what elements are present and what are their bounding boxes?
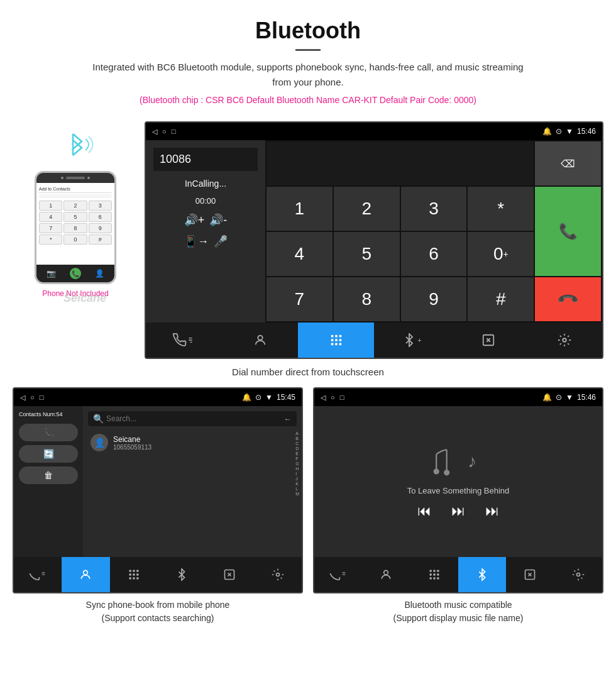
music-home-icon[interactable]: ○ bbox=[331, 394, 335, 401]
contacts-signal-icon: ▼ bbox=[265, 393, 273, 402]
contacts-home-icon[interactable]: ○ bbox=[30, 394, 35, 401]
svg-text:♪: ♪ bbox=[468, 452, 476, 471]
phone-call-btn[interactable]: 📞 bbox=[70, 268, 81, 279]
next-track-btn[interactable]: ⏭ bbox=[485, 503, 499, 519]
svg-rect-4 bbox=[339, 335, 341, 338]
contacts-recent-icon[interactable]: □ bbox=[40, 394, 44, 401]
music-nav-settings[interactable] bbox=[554, 557, 602, 592]
music-note-icon: ♪ bbox=[468, 452, 487, 471]
phone-key-4[interactable]: 4 bbox=[39, 212, 62, 222]
phone-contacts-btn[interactable]: 👤 bbox=[95, 269, 104, 278]
phone-key-1[interactable]: 1 bbox=[39, 201, 62, 211]
dial-key-hangup[interactable]: 📞 bbox=[535, 277, 601, 321]
phone-key-hash[interactable]: # bbox=[89, 234, 112, 245]
recent-icon[interactable]: □ bbox=[172, 128, 176, 135]
dial-key-1[interactable]: 1 bbox=[267, 187, 333, 231]
music-back-icon[interactable]: ◁ bbox=[321, 394, 326, 402]
contacts-nav-settings[interactable] bbox=[254, 557, 302, 592]
contacts-time: 15:45 bbox=[277, 393, 295, 402]
car-status-left: ◁ ○ □ bbox=[152, 128, 175, 136]
dial-key-4[interactable]: 4 bbox=[267, 232, 333, 276]
svg-rect-20 bbox=[129, 577, 131, 579]
dial-key-9[interactable]: 9 bbox=[401, 277, 467, 321]
search-backspace-icon[interactable]: ← bbox=[283, 414, 292, 424]
phone-number-display bbox=[39, 194, 112, 198]
call-action-btn[interactable]: 📞 bbox=[19, 424, 78, 441]
page-description: Integrated with BC6 Bluetooth module, su… bbox=[88, 60, 528, 90]
dial-key-star[interactable]: * bbox=[468, 187, 534, 231]
phone-key-0[interactable]: 0 bbox=[63, 234, 87, 245]
svg-rect-16 bbox=[136, 570, 138, 572]
car-nav-dialpad[interactable] bbox=[298, 323, 374, 358]
contacts-nav-phone[interactable] bbox=[14, 557, 62, 592]
svg-rect-35 bbox=[429, 577, 431, 579]
backspace-icon: ⌫ bbox=[561, 158, 575, 170]
music-nav-contacts[interactable] bbox=[362, 557, 410, 592]
phone-speaker bbox=[66, 177, 85, 179]
svg-point-12 bbox=[563, 338, 566, 342]
contacts-nav-exit[interactable] bbox=[206, 557, 253, 592]
svg-rect-14 bbox=[129, 570, 131, 572]
play-pause-btn[interactable]: ⏭ bbox=[451, 503, 465, 519]
phone-video-btn[interactable]: 📷 bbox=[47, 269, 56, 278]
dial-key-3[interactable]: 3 bbox=[401, 187, 467, 231]
svg-rect-6 bbox=[335, 339, 338, 341]
contacts-caption-sub: (Support contacts searching) bbox=[102, 613, 214, 623]
car-nav-contacts[interactable] bbox=[222, 323, 298, 358]
music-status-bar: ◁ ○ □ 🔔 ⊙ ▼ 15:46 bbox=[314, 389, 602, 406]
music-nav-phone[interactable] bbox=[314, 557, 362, 592]
delete-action-btn[interactable]: 🗑 bbox=[19, 466, 78, 484]
phone-device: Add to Contacts 1 2 3 4 5 6 7 8 9 * 0 # bbox=[35, 171, 116, 284]
page-title: Bluetooth bbox=[13, 18, 603, 44]
main-screen-section: Add to Contacts 1 2 3 4 5 6 7 8 9 * 0 # bbox=[0, 121, 616, 359]
prev-track-btn[interactable]: ⏮ bbox=[417, 503, 431, 519]
phone-key-6[interactable]: 6 bbox=[89, 212, 112, 222]
dial-key-8[interactable]: 8 bbox=[334, 277, 400, 321]
dial-key-5[interactable]: 5 bbox=[334, 232, 400, 276]
music-recent-icon[interactable]: □ bbox=[340, 394, 344, 401]
car-nav-settings[interactable] bbox=[526, 323, 602, 358]
dial-key-7[interactable]: 7 bbox=[267, 277, 333, 321]
phone-key-9[interactable]: 9 bbox=[89, 223, 112, 233]
svg-rect-37 bbox=[437, 577, 439, 579]
dial-key-2[interactable]: 2 bbox=[334, 187, 400, 231]
music-nav-bluetooth[interactable] bbox=[458, 557, 506, 592]
car-nav-phone[interactable] bbox=[146, 323, 222, 358]
phone-key-7[interactable]: 7 bbox=[39, 223, 62, 233]
car-nav-bluetooth[interactable]: + bbox=[374, 323, 450, 358]
contacts-nav-contacts[interactable] bbox=[62, 557, 109, 592]
svg-point-39 bbox=[576, 573, 580, 576]
phone-dial-grid: 1 2 3 4 5 6 7 8 9 * 0 # bbox=[39, 201, 112, 245]
vol-up-icon[interactable]: 🔊+ bbox=[184, 213, 205, 227]
contacts-nav-bluetooth[interactable] bbox=[158, 557, 206, 592]
contacts-back-icon[interactable]: ◁ bbox=[20, 394, 25, 402]
mic-icon[interactable]: 🎤 bbox=[214, 234, 228, 248]
phone-key-2[interactable]: 2 bbox=[63, 201, 87, 211]
dial-key-call[interactable]: 📞 bbox=[535, 187, 601, 276]
phone-key-8[interactable]: 8 bbox=[63, 223, 87, 233]
car-bottom-nav: + bbox=[146, 323, 602, 358]
sync-action-btn[interactable]: 🔄 bbox=[19, 445, 78, 463]
music-nav-dialpad[interactable] bbox=[410, 557, 458, 592]
car-dial-right: ⌫ 1 2 3 * 📞 4 5 6 0+ 7 8 9 # bbox=[265, 140, 602, 323]
contacts-nav-dialpad[interactable] bbox=[110, 557, 158, 592]
vol-down-icon[interactable]: 🔊- bbox=[209, 213, 227, 227]
phone-key-star[interactable]: * bbox=[39, 234, 62, 245]
contact-name: Seicane bbox=[113, 435, 151, 444]
svg-rect-15 bbox=[133, 570, 135, 572]
dial-key-0plus[interactable]: 0+ bbox=[468, 232, 534, 276]
transfer-icon[interactable]: 📱→ bbox=[184, 234, 209, 248]
back-icon[interactable]: ◁ bbox=[152, 128, 157, 136]
dial-key-hash[interactable]: # bbox=[468, 277, 534, 321]
contact-item: 👤 Seicane 10655059113 bbox=[88, 431, 297, 454]
contacts-right-panel: 🔍 ← 👤 Seicane 10655059113 A bbox=[83, 406, 302, 557]
car-backspace-btn[interactable]: ⌫ bbox=[535, 141, 601, 185]
contact-search-input[interactable] bbox=[106, 414, 283, 423]
phone-key-5[interactable]: 5 bbox=[63, 212, 87, 222]
home-icon[interactable]: ○ bbox=[162, 128, 167, 135]
dial-key-6[interactable]: 6 bbox=[401, 232, 467, 276]
car-nav-exit[interactable] bbox=[450, 323, 526, 358]
phone-key-3[interactable]: 3 bbox=[89, 201, 112, 211]
svg-point-13 bbox=[84, 570, 88, 575]
music-nav-exit[interactable] bbox=[506, 557, 554, 592]
